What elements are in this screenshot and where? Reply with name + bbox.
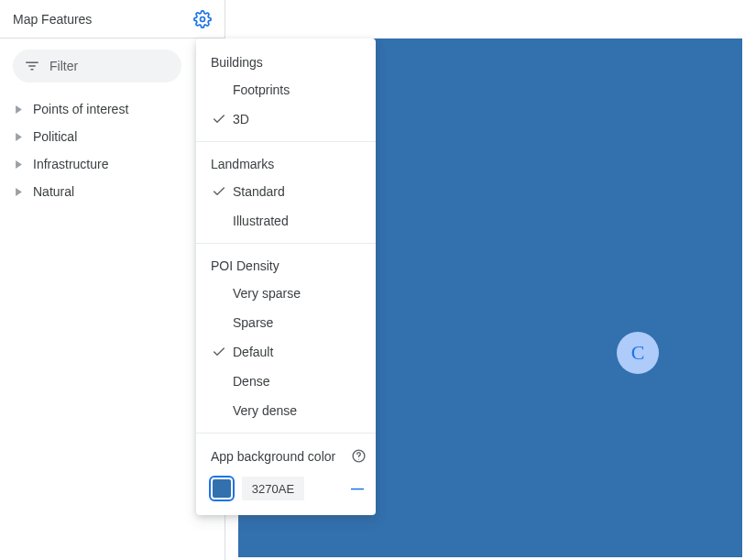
check-icon: [211, 345, 233, 359]
section-header-poi-density: POI Density: [196, 251, 376, 279]
menu-item-3d[interactable]: 3D: [196, 104, 376, 134]
app-background-row: App background color: [196, 441, 376, 471]
help-icon[interactable]: [351, 448, 367, 464]
chevron-right-icon: [15, 105, 22, 114]
menu-item-very-sparse[interactable]: Very sparse: [196, 279, 376, 308]
menu-item-label: Standard: [233, 184, 361, 199]
chevron-right-icon: [15, 133, 22, 141]
color-row-left: [211, 477, 304, 500]
feature-item-natural[interactable]: Natural: [0, 178, 225, 205]
menu-item-sparse[interactable]: Sparse: [196, 308, 376, 337]
menu-item-label: Footprints: [233, 82, 361, 97]
filter-icon: [24, 58, 40, 74]
gear-icon: [193, 10, 212, 28]
map-features-panel: Map Features Filter Points of interest: [0, 0, 225, 560]
menu-item-label: Default: [233, 345, 361, 359]
feature-label: Infrastructure: [33, 157, 108, 171]
svg-point-0: [201, 16, 205, 21]
menu-item-label: Sparse: [233, 315, 361, 330]
check-icon: [211, 184, 233, 199]
panel-title: Map Features: [13, 12, 92, 27]
map-center-badge: C: [617, 332, 659, 374]
section-header-buildings: Buildings: [196, 48, 376, 75]
menu-divider: [196, 141, 376, 142]
menu-divider: [196, 243, 376, 244]
badge-letter: C: [631, 341, 645, 365]
menu-item-dense[interactable]: Dense: [196, 367, 376, 396]
chevron-right-icon: [15, 188, 22, 196]
menu-item-illustrated[interactable]: Illustrated: [196, 206, 376, 236]
menu-divider: [196, 433, 376, 434]
panel-header: Map Features: [0, 0, 225, 38]
color-swatch[interactable]: [211, 478, 233, 500]
settings-button[interactable]: [192, 8, 214, 30]
feature-label: Points of interest: [33, 102, 128, 116]
filter-input[interactable]: Filter: [13, 49, 181, 82]
menu-item-footprints[interactable]: Footprints: [196, 75, 376, 104]
menu-item-label: Dense: [233, 374, 361, 389]
svg-point-2: [358, 458, 359, 459]
app-background-label: App background color: [211, 449, 335, 464]
feature-label: Political: [33, 129, 77, 144]
menu-item-label: Illustrated: [233, 214, 361, 228]
menu-item-default[interactable]: Default: [196, 337, 376, 367]
color-row: —: [196, 471, 376, 504]
feature-item-political[interactable]: Political: [0, 123, 225, 150]
feature-label: Natural: [33, 184, 74, 199]
menu-item-label: Very dense: [233, 403, 361, 418]
feature-item-points-of-interest[interactable]: Points of interest: [0, 95, 225, 123]
filter-placeholder: Filter: [49, 59, 78, 73]
menu-item-standard[interactable]: Standard: [196, 177, 376, 206]
feature-list: Points of interest Political Infrastruct…: [0, 90, 225, 205]
feature-item-infrastructure[interactable]: Infrastructure: [0, 150, 225, 178]
chevron-right-icon: [15, 160, 22, 169]
filter-container: Filter: [0, 38, 225, 90]
settings-menu: Buildings Footprints 3D Landmarks Standa…: [196, 38, 376, 515]
minus-icon: —: [351, 481, 364, 496]
section-header-landmarks: Landmarks: [196, 149, 376, 177]
remove-color-button[interactable]: —: [348, 481, 367, 496]
menu-item-label: 3D: [233, 112, 361, 126]
menu-item-very-dense[interactable]: Very dense: [196, 396, 376, 425]
check-icon: [211, 112, 233, 126]
menu-item-label: Very sparse: [233, 286, 361, 301]
hex-input[interactable]: [242, 477, 304, 500]
